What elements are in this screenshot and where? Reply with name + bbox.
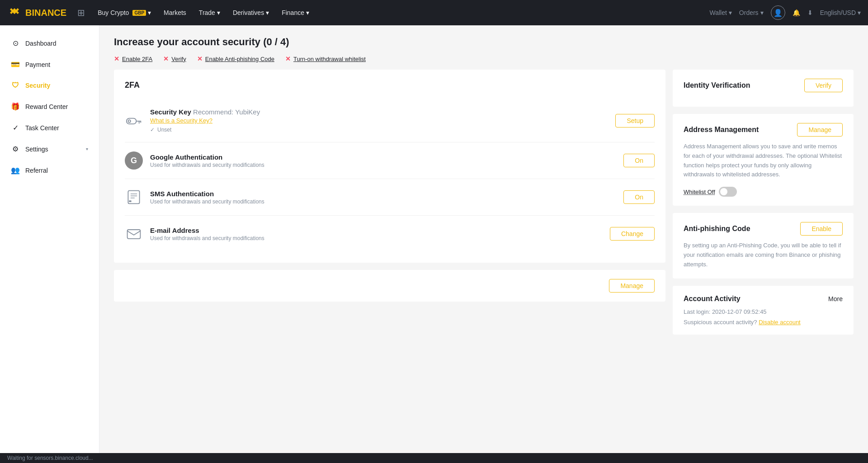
twofa-sms-auth: SMS Authentication Used for withdrawals … [125,179,655,216]
sidebar-item-security[interactable]: 🛡 Security [0,75,99,96]
account-activity-title: Account Activity [684,295,741,303]
sidebar-item-reward-center[interactable]: 🎁 Reward Center [0,96,99,117]
referral-icon: 👥 [11,166,20,175]
email-desc: Used for withdrawals and security modifi… [150,235,603,241]
sidebar-item-dashboard[interactable]: ⊙ Dashboard [0,33,99,54]
task-withdrawal-whitelist: ✕ Turn-on withdrawal whitelist [285,55,366,62]
nav-notifications[interactable]: 🔔 [793,9,800,16]
svg-point-2 [128,120,130,122]
twofa-card: 2FA [114,70,665,263]
settings-icon: ⚙ [11,145,20,153]
google-auth-info: Google Authentication Used for withdrawa… [150,153,616,168]
address-management-title: Address Management [684,126,759,134]
account-activity-header: Account Activity More [684,295,843,303]
task-link-2[interactable]: Verify [171,56,186,62]
email-change-button[interactable]: Change [610,227,655,241]
address-management-card: Address Management Manage Address Manage… [673,114,854,206]
google-auth-on-button[interactable]: On [623,154,655,167]
anti-phishing-title: Anti-phishing Code [684,225,750,233]
page-layout: ⊙ Dashboard 💳 Payment 🛡 Security 🎁 Rewar… [0,0,868,463]
disable-account-link[interactable]: Disable account [759,319,801,326]
task-x-icon-4: ✕ [285,55,291,62]
svg-rect-10 [129,200,131,202]
right-column: Identity Verification Verify Address Man… [673,70,854,335]
account-activity-card: Account Activity More Last login: 2020-1… [673,286,854,335]
nav-right: Wallet ▾ Orders ▾ 👤 🔔 ⬇ English/USD ▾ [709,5,861,20]
nav-markets[interactable]: Markets [158,5,192,20]
security-key-name: Security Key Recommend: YubiKey [150,108,608,116]
task-x-icon-1: ✕ [114,55,119,62]
sidebar-label-security: Security [25,82,50,89]
top-navigation: BINANCE ⊞ Buy Crypto GBP ▾ Markets Trade… [0,0,868,25]
task-link-3[interactable]: Enable Anti-phishing Code [205,56,274,62]
page-title: Increase your account security (0 / 4) [114,36,854,48]
whitelist-label[interactable]: Whitelist Off [684,189,715,195]
nav-language[interactable]: English/USD ▾ [820,9,861,16]
main-content: Increase your account security (0 / 4) ✕… [99,25,868,463]
address-management-desc: Address Management allows you to save an… [684,142,843,180]
nav-finance[interactable]: Finance ▾ [276,5,315,20]
address-manage-button[interactable]: Manage [797,123,843,137]
twofa-email: E-mail Address Used for withdrawals and … [125,216,655,252]
sidebar-label-dashboard: Dashboard [25,40,57,47]
sidebar-label-settings: Settings [25,146,48,153]
sidebar-item-referral[interactable]: 👥 Referral [0,160,99,181]
sidebar-label-reward: Reward Center [25,103,68,110]
task-link-1[interactable]: Enable 2FA [122,56,152,62]
nav-trade[interactable]: Trade ▾ [193,5,226,20]
security-header: Increase your account security (0 / 4) ✕… [114,36,854,62]
nav-buy-crypto[interactable]: Buy Crypto GBP ▾ [92,5,156,20]
status-bar: Waiting for sensors.binance.cloud... [0,453,868,463]
address-management-header: Address Management Manage [684,123,843,137]
nav-avatar[interactable]: 👤 [771,5,785,20]
task-enable-2fa: ✕ Enable 2FA [114,55,152,62]
toggle-slider [719,187,737,197]
sms-auth-on-button[interactable]: On [623,190,655,204]
google-auth-name: Google Authentication [150,153,616,161]
anti-phishing-desc: By setting up an Anti-Phishing Code, you… [684,241,843,269]
task-anti-phishing: ✕ Enable Anti-phishing Code [197,55,274,62]
bottom-card-manage-button[interactable]: Manage [609,279,655,293]
nav-derivatives[interactable]: Derivatives ▾ [227,5,274,20]
reward-icon: 🎁 [11,102,20,111]
unset-check-icon: ✓ [150,127,155,133]
email-info: E-mail Address Used for withdrawals and … [150,227,603,241]
twofa-google-auth: G Google Authentication Used for withdra… [125,142,655,179]
nav-wallet[interactable]: Wallet ▾ [709,9,731,16]
nav-download[interactable]: ⬇ [807,9,813,16]
sms-auth-info: SMS Authentication Used for withdrawals … [150,190,616,205]
task-x-icon-3: ✕ [197,55,203,62]
nav-badge-gbp: GBP [132,10,146,16]
nav-orders[interactable]: Orders ▾ [739,9,764,16]
identity-verify-button[interactable]: Verify [804,79,843,92]
settings-arrow-icon: ▾ [86,146,88,151]
sidebar-item-payment[interactable]: 💳 Payment [0,54,99,75]
account-activity-more-button[interactable]: More [828,295,843,302]
sidebar-label-payment: Payment [25,61,50,68]
identity-verification-title: Identity Verification [684,81,750,90]
grid-icon[interactable]: ⊞ [77,7,85,18]
task-x-icon-2: ✕ [163,55,169,62]
task-link-4[interactable]: Turn-on withdrawal whitelist [293,56,366,62]
whitelist-row: Whitelist Off [684,187,843,197]
whitelist-toggle[interactable] [719,187,737,197]
payment-icon: 💳 [11,60,20,69]
sms-auth-desc: Used for withdrawals and security modifi… [150,198,616,205]
twofa-security-key: Security Key Recommend: YubiKey What is … [125,99,655,142]
bottom-card-partial: Manage [114,270,665,302]
sidebar-label-referral: Referral [25,167,48,174]
status-bar-text: Waiting for sensors.binance.cloud... [7,455,93,461]
logo[interactable]: BINANCE [7,5,66,20]
sidebar-item-settings[interactable]: ⚙ Settings ▾ [0,138,99,160]
sidebar-item-task-center[interactable]: ✓ Task Center [0,117,99,138]
identity-verification-card: Identity Verification Verify [673,70,854,107]
sms-auth-icon [125,188,143,206]
security-key-link[interactable]: What is a Security Key? [150,117,212,124]
dashboard-icon: ⊙ [11,39,20,47]
svg-rect-11 [127,230,141,239]
security-key-setup-button[interactable]: Setup [615,114,655,128]
email-name: E-mail Address [150,227,603,234]
anti-phishing-enable-button[interactable]: Enable [800,222,843,236]
task-verify: ✕ Verify [163,55,186,62]
left-column: 2FA [114,70,665,335]
